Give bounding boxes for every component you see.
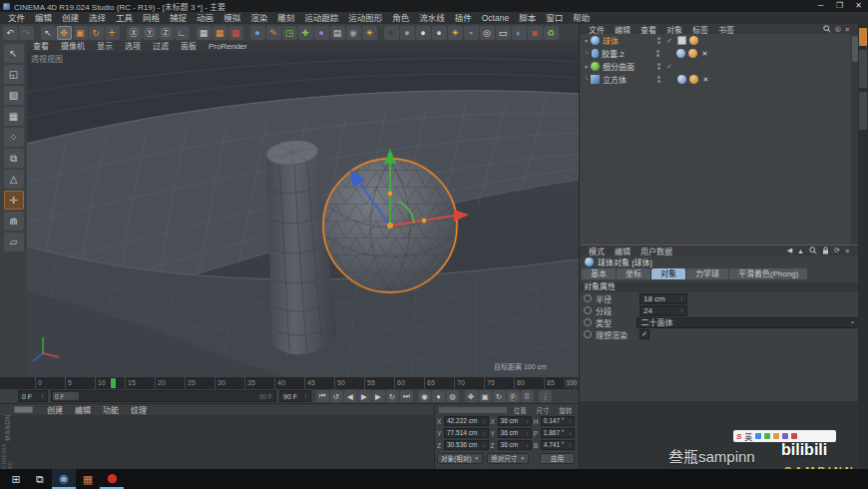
attribute-tab[interactable]: 坐标 [617,268,651,279]
taskbar-cinema4d-icon[interactable]: ◉ [52,469,76,489]
octane-hdri-icon[interactable]: ◐ [512,26,527,40]
lock-y-axis-icon[interactable]: Ⓨ [143,26,158,40]
phong-tag-icon[interactable] [676,49,685,58]
render-perfect-checkbox[interactable]: ✓ [640,329,650,339]
texture-tag-icon[interactable] [689,75,698,84]
am-menu-icon[interactable]: ≡ [845,247,849,254]
menubar-item[interactable]: 选择 [84,12,111,24]
material-menu-item[interactable]: 编辑 [69,406,97,415]
up-arrow-icon[interactable]: ▲ [797,247,804,254]
minimize-button[interactable]: ─ [811,0,830,12]
render-view-icon[interactable]: ▦ [197,26,212,40]
viewport-menu-item[interactable]: 选项 [119,41,147,52]
keyframe-selection-button[interactable]: ◍ [446,390,459,402]
material-menu-item[interactable]: 功能 [97,406,125,415]
menubar-item[interactable]: 运动跟踪 [299,12,343,24]
render-picture-viewer-icon[interactable]: ▦ [213,26,227,40]
texture-tag-icon[interactable] [688,49,697,58]
radius-field[interactable]: 18 cm↕ [640,293,687,304]
scale-tool-icon[interactable]: ▣ [73,26,88,40]
attribute-tab[interactable]: 基本 [582,268,616,279]
autokey-button[interactable]: ● [432,390,445,402]
octane-arealight-icon[interactable]: ▭ [496,26,511,40]
material-menu-item[interactable]: 纹理 [125,406,153,415]
filter-icon[interactable]: ◎ [835,25,841,33]
visibility-dots[interactable] [652,76,664,83]
last-tool-icon[interactable]: ＋ [105,26,120,40]
material-menu-item[interactable]: 创建 [41,406,69,415]
viewport-menu-item[interactable]: 查看 [27,41,55,52]
render-settings-icon[interactable]: ▦ [228,26,243,40]
animation-dot-icon[interactable] [584,294,592,302]
frame-start-field[interactable]: 0 F↕ [18,390,48,402]
edges-mode-icon[interactable]: ⧉ [4,149,24,168]
menubar-item[interactable]: 工具 [111,12,138,24]
enable-check-icon[interactable]: ✓ [664,63,674,71]
ime-language-toggle[interactable]: 英 [744,431,752,442]
attribute-tab[interactable]: 力学球 [686,268,728,279]
back-arrow-icon[interactable]: ◀ [787,246,792,254]
attribute-tab[interactable]: 平滑着色(Phong) [729,268,807,279]
record-pla-toggle[interactable]: ⠿ [521,390,534,402]
viewport-menu-item[interactable]: ProRender [203,41,253,52]
object-manager-menu-item[interactable]: 对象 [661,26,687,35]
record-rotation-toggle[interactable]: ↻ [493,390,506,402]
phong-tag-icon[interactable] [677,75,686,84]
menubar-item[interactable]: 网格 [138,12,165,24]
array-generator-icon[interactable]: ✚ [298,26,313,40]
dock-tab-active[interactable] [859,28,867,46]
goto-start-button[interactable]: ⏮ [316,390,329,402]
record-scale-toggle[interactable]: ▣ [479,390,492,402]
menubar-item[interactable]: 编辑 [30,12,57,24]
octane-target-icon[interactable]: ◎ [480,26,495,40]
menubar-item[interactable]: 模拟 [218,12,245,24]
live-selection-icon[interactable]: ↖ [4,44,24,63]
position-field[interactable]: 77.514 cm↕ [444,428,489,438]
attribute-menu-item[interactable]: 用户数据 [636,247,677,256]
size-mode-dropdown[interactable]: 绝对尺寸▼ [487,453,529,464]
taskbar-photos-icon[interactable]: ▦ [76,469,100,489]
convert-editable-icon[interactable]: ◱ [4,65,24,84]
attribute-tab[interactable]: 对象 [651,268,685,279]
menubar-item[interactable]: 文件 [3,12,30,24]
size-field[interactable]: 36 cm↕ [498,440,532,450]
expand-icon[interactable]: ▼ [583,64,590,70]
menubar-item[interactable]: 渲染 [245,12,272,24]
keyframe-presets-button[interactable]: ⋮ [539,390,552,402]
texture-tag-icon[interactable] [689,36,698,45]
ime-icon[interactable] [755,433,761,439]
object-manager-menu-item[interactable]: 文件 [584,26,610,35]
enable-snap-icon[interactable]: ⋒ [4,212,24,231]
task-view-button[interactable]: ⧉ [28,469,52,489]
octane-specular-material-icon[interactable]: ● [416,26,431,40]
visibility-dots[interactable] [651,50,663,57]
record-position-toggle[interactable]: ✥ [465,390,478,402]
animation-dot-icon[interactable] [584,318,592,326]
om-menu-icon[interactable]: ≡ [845,26,849,33]
octane-glossy-material-icon[interactable]: ● [400,26,415,40]
size-field[interactable]: 36 cm↕ [498,416,532,426]
octane-camera-icon[interactable]: ◙ [528,26,543,40]
undo-icon[interactable]: ↶ [3,26,18,40]
dock-tab[interactable] [859,50,867,88]
visibility-dots[interactable] [652,63,664,70]
animation-dot-icon[interactable] [584,306,592,314]
viewport-menu-item[interactable]: 过滤 [147,41,175,52]
octane-livedb-icon[interactable]: ♻ [544,26,559,40]
deformer-icon[interactable]: ● [314,26,329,40]
workplane-icon[interactable]: ▱ [4,233,24,251]
viewport-canvas[interactable]: 透视视图 目标距离 100 cm [27,52,579,377]
menubar-item[interactable]: 雕刻 [272,12,299,24]
redo-icon[interactable]: ↷ [19,26,34,40]
segments-field[interactable]: 24↕ [640,305,687,316]
timeline-ruler[interactable]: 051015202530354045505560657075808590 100… [27,377,587,389]
rotation-field[interactable]: 4.741 °↕ [541,440,575,450]
polygons-mode-icon[interactable]: △ [4,170,24,189]
object-manager-menu-item[interactable]: 查看 [636,26,661,35]
spline-pen-icon[interactable]: ✎ [266,26,281,40]
frame-end-field[interactable]: 90 F↕ [279,390,311,402]
windows-start-button[interactable]: ⊞ [4,469,28,489]
ime-icon[interactable] [791,433,797,439]
apply-button[interactable]: 应用 [540,453,575,464]
model-mode-icon[interactable]: ▧ [4,86,24,105]
